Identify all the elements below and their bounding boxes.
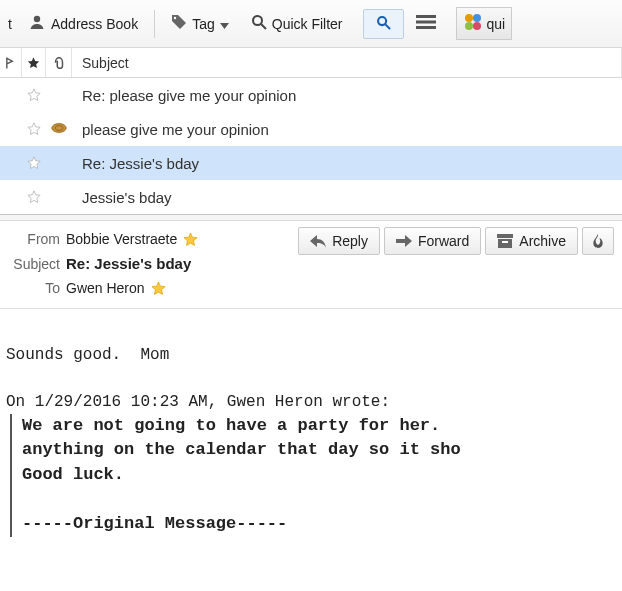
archive-button[interactable]: Archive	[485, 227, 578, 255]
contact-star-icon[interactable]	[183, 232, 198, 247]
dropdown-caret-icon	[220, 16, 229, 32]
svg-point-9	[465, 14, 473, 22]
from-label: From	[8, 231, 60, 247]
svg-line-5	[385, 24, 390, 29]
body-line: Sounds good. Mom	[6, 346, 169, 364]
forward-label: Forward	[418, 233, 469, 249]
svg-point-2	[253, 16, 262, 25]
app-menu-button[interactable]	[406, 6, 446, 41]
quoted-line: -----Original Message-----	[22, 514, 287, 533]
col-attachment[interactable]	[46, 48, 72, 77]
tag-button[interactable]: Tag	[161, 8, 239, 39]
message-row[interactable]: please give me your opinion	[0, 112, 622, 146]
svg-point-0	[34, 16, 40, 22]
separator	[154, 10, 155, 38]
archive-label: Archive	[519, 233, 566, 249]
message-actions: Reply Forward Archive	[298, 227, 614, 255]
message-subject: Re: please give me your opinion	[72, 87, 622, 104]
svg-line-3	[261, 24, 266, 29]
svg-rect-8	[416, 26, 436, 29]
svg-rect-7	[416, 21, 436, 24]
message-subject: Re: Jessie's bday	[72, 155, 622, 172]
col-starred[interactable]	[22, 48, 46, 77]
star-icon[interactable]	[27, 88, 41, 102]
quoted-line: Good luck.	[22, 465, 124, 484]
to-value[interactable]: Gwen Heron	[66, 280, 145, 296]
message-body: Sounds good. Mom On 1/29/2016 10:23 AM, …	[0, 308, 622, 560]
col-subject[interactable]: Subject	[72, 48, 622, 77]
svg-rect-6	[416, 15, 436, 18]
search-icon	[376, 17, 391, 33]
from-value[interactable]: Bobbie Verstraete	[66, 231, 177, 247]
junk-button[interactable]	[582, 227, 614, 255]
quoted-line: anything on the calendar that day so it …	[22, 440, 461, 459]
reply-button[interactable]: Reply	[298, 227, 380, 255]
toolbar-item-trunc[interactable]: t	[4, 16, 16, 32]
addon-button[interactable]: qui	[456, 7, 513, 40]
subject-value: Re: Jessie's bday	[66, 255, 191, 272]
archive-icon	[497, 234, 513, 248]
svg-rect-17	[502, 241, 508, 243]
addon-icon	[463, 12, 483, 35]
forward-button[interactable]: Forward	[384, 227, 481, 255]
col-thread[interactable]	[0, 48, 22, 77]
quoted-line: We are not going to have a party for her…	[22, 416, 440, 435]
column-headers: Subject	[0, 48, 622, 78]
menu-icon	[416, 12, 436, 35]
message-subject: Jessie's bday	[72, 189, 622, 206]
to-label: To	[8, 280, 60, 296]
svg-point-12	[473, 22, 481, 30]
reply-label: Reply	[332, 233, 368, 249]
subject-label: Subject	[8, 256, 60, 272]
message-header-pane: Reply Forward Archive From Bobbie Verstr…	[0, 221, 622, 308]
star-icon[interactable]	[27, 190, 41, 204]
quick-filter-button[interactable]: Quick Filter	[241, 8, 353, 39]
svg-rect-16	[498, 239, 512, 248]
svg-point-1	[174, 17, 176, 19]
message-list: Re: please give me your opinion please g…	[0, 78, 622, 215]
svg-point-11	[465, 22, 473, 30]
message-row[interactable]: Jessie's bday	[0, 180, 622, 214]
reply-icon	[310, 234, 326, 248]
address-book-icon	[28, 13, 46, 34]
flame-icon	[590, 234, 606, 248]
svg-rect-15	[497, 234, 513, 238]
message-subject: please give me your opinion	[72, 121, 622, 138]
svg-point-4	[378, 17, 386, 25]
col-subject-label: Subject	[82, 55, 129, 71]
tag-icon	[171, 14, 187, 33]
address-book-label: Address Book	[51, 16, 138, 32]
tag-label: Tag	[192, 16, 215, 32]
main-toolbar: t Address Book Tag Quick Filter	[0, 0, 622, 48]
address-book-button[interactable]: Address Book	[18, 7, 148, 40]
star-icon[interactable]	[27, 122, 41, 136]
attachment-icon	[51, 121, 67, 137]
message-row[interactable]: Re: Jessie's bday	[0, 146, 622, 180]
svg-point-13	[52, 124, 66, 133]
search-button[interactable]	[363, 9, 404, 39]
star-icon[interactable]	[27, 156, 41, 170]
search-icon	[251, 14, 267, 33]
message-row[interactable]: Re: please give me your opinion	[0, 78, 622, 112]
forward-icon	[396, 234, 412, 248]
svg-point-10	[473, 14, 481, 22]
quick-filter-label: Quick Filter	[272, 16, 343, 32]
body-context-line: On 1/29/2016 10:23 AM, Gwen Heron wrote:	[6, 393, 390, 411]
quoted-block: We are not going to have a party for her…	[10, 414, 616, 537]
addon-label: qui	[487, 16, 506, 32]
contact-star-icon[interactable]	[151, 281, 166, 296]
